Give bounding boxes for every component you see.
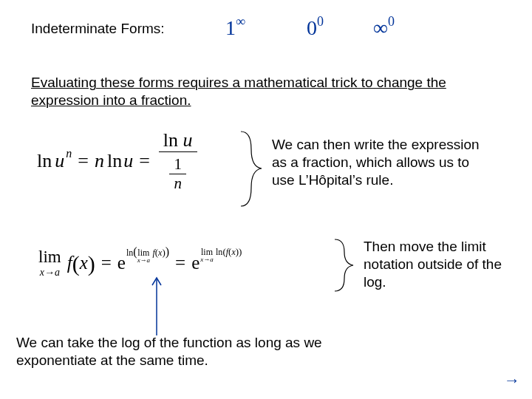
intro-paragraph: Evaluating these forms requires a mathem…: [31, 74, 489, 109]
slide: Indeterminate Forms: 1∞ 00 ∞0 Evaluating…: [0, 0, 532, 399]
indeterminate-form-2: 00: [307, 16, 324, 40]
brace-icon: [236, 130, 266, 208]
equation-exp-log-limit: lim x→a f (x) = e ln(limx→a f(x)) = e li…: [38, 248, 242, 279]
next-slide-arrow-icon: →: [504, 371, 520, 390]
brace-icon: [331, 238, 358, 293]
fraction-lnu-over-1n: ln u 1 n: [159, 129, 197, 193]
equation-log-rewrite: ln un = n ln u = ln u 1 n: [37, 129, 200, 193]
indeterminate-form-3: ∞0: [373, 16, 395, 40]
title-text: Indeterminate Forms:: [31, 21, 165, 37]
arrow-icon: [148, 273, 166, 337]
title-row: Indeterminate Forms:: [31, 21, 165, 37]
footnote-paragraph: We can take the log of the function as l…: [16, 334, 400, 369]
exponent-lim-ln: limx→a ln(f(x)): [200, 246, 242, 263]
explain-move-limit-text: Then move the limit notation outside of …: [364, 238, 504, 290]
explain-fraction-text: We can then write the expression as a fr…: [272, 136, 486, 188]
lim-operator: lim x→a: [38, 248, 61, 279]
exponent-ln-lim: ln(limx→a f(x)): [126, 245, 169, 264]
indeterminate-form-1: 1∞: [225, 16, 245, 40]
